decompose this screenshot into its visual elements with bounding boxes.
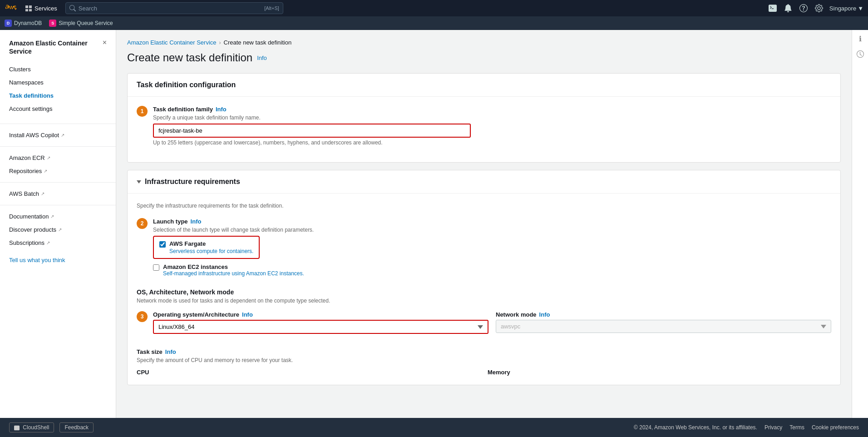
footer-copyright: © 2024, Amazon Web Services, Inc. or its… bbox=[634, 424, 757, 431]
launch-type-info-link[interactable]: Info bbox=[191, 218, 202, 225]
sidebar-item-clusters[interactable]: Clusters bbox=[0, 63, 116, 76]
aws-logo[interactable] bbox=[5, 2, 17, 15]
sidebar-item-account-settings[interactable]: Account settings bbox=[0, 102, 116, 115]
svg-rect-0 bbox=[25, 5, 28, 8]
network-mode-label: Network mode Info bbox=[496, 311, 831, 318]
page-title: Create new task definition bbox=[127, 51, 252, 64]
page-info-link[interactable]: Info bbox=[257, 55, 267, 61]
sidebar-item-install-copilot[interactable]: Install AWS Copilot ↗ bbox=[0, 129, 116, 142]
privacy-link[interactable]: Privacy bbox=[764, 424, 782, 431]
right-info-icon[interactable]: ℹ bbox=[859, 35, 862, 43]
family-note: Up to 255 letters (uppercase and lowerca… bbox=[153, 139, 831, 146]
terminal-icon-button[interactable] bbox=[768, 3, 778, 13]
os-arch-section: OS, Architecture, Network mode Network m… bbox=[137, 288, 831, 334]
task-definition-card: Task definition configuration 1 Task def… bbox=[127, 73, 841, 163]
ec2-option-group: Amazon EC2 instances Self-managed infras… bbox=[153, 263, 831, 277]
svg-rect-2 bbox=[25, 9, 28, 11]
fargate-checkbox[interactable] bbox=[159, 241, 166, 248]
memory-column-label: Memory bbox=[488, 369, 831, 376]
sidebar-item-discover-products[interactable]: Discover products ↗ bbox=[0, 223, 116, 236]
dynamodb-icon: D bbox=[5, 20, 12, 27]
external-link-icon-batch: ↗ bbox=[41, 191, 44, 196]
sidebar-title: Amazon Elastic Container Service × bbox=[0, 39, 116, 63]
right-history-icon[interactable] bbox=[857, 50, 864, 60]
sidebar-item-documentation[interactable]: Documentation ↗ bbox=[0, 210, 116, 223]
main-layout: Amazon Elastic Container Service × Clust… bbox=[0, 30, 868, 437]
svg-rect-3 bbox=[29, 9, 32, 11]
section-toggle-arrow bbox=[137, 180, 141, 184]
step-3-indicator: 3 bbox=[137, 311, 148, 322]
region-selector[interactable]: Singapore ▼ bbox=[829, 5, 863, 12]
family-label: Task definition family Info bbox=[153, 106, 831, 113]
recent-services-bar: D DynamoDB S Simple Queue Service bbox=[0, 16, 868, 30]
step-1-row: 1 Task definition family Info Specify a … bbox=[137, 106, 831, 146]
task-size-info-link[interactable]: Info bbox=[165, 348, 176, 355]
sidebar-item-repositories[interactable]: Repositories ↗ bbox=[0, 164, 116, 178]
external-link-icon-repos: ↗ bbox=[44, 169, 47, 174]
external-link-icon-ecr: ↗ bbox=[47, 155, 50, 160]
breadcrumb-parent-link[interactable]: Amazon Elastic Container Service bbox=[127, 39, 217, 46]
os-arch-select[interactable]: Linux/X86_64 Linux/ARM64 Windows Server … bbox=[153, 320, 488, 334]
breadcrumb: Amazon Elastic Container Service › Creat… bbox=[127, 39, 841, 46]
task-definition-card-body: 1 Task definition family Info Specify a … bbox=[128, 97, 840, 162]
sidebar: Amazon Elastic Container Service × Clust… bbox=[0, 30, 116, 437]
family-name-input[interactable] bbox=[153, 124, 471, 138]
sqs-icon: S bbox=[49, 20, 56, 27]
search-input[interactable] bbox=[79, 5, 261, 12]
sidebar-item-namespaces[interactable]: Namespaces bbox=[0, 76, 116, 89]
ec2-checkbox-label[interactable]: Amazon EC2 instances Self-managed infras… bbox=[153, 263, 831, 277]
step-2-indicator: 2 bbox=[137, 218, 148, 229]
services-button[interactable]: Services bbox=[22, 3, 61, 14]
breadcrumb-current: Create new task definition bbox=[224, 39, 292, 46]
tell-us-link[interactable]: Tell us what you think bbox=[0, 249, 116, 271]
sidebar-navigation: Clusters Namespaces Task definitions Acc… bbox=[0, 63, 116, 119]
fargate-checkbox-label[interactable]: AWS Fargate Serverless compute for conta… bbox=[159, 240, 253, 254]
step-1-content: Task definition family Info Specify a un… bbox=[153, 106, 831, 146]
cookie-preferences-link[interactable]: Cookie preferences bbox=[812, 424, 859, 431]
task-size-section: Task size Info Specify the amount of CPU… bbox=[137, 341, 831, 376]
settings-icon-button[interactable] bbox=[814, 3, 824, 13]
sidebar-item-subscriptions[interactable]: Subscriptions ↗ bbox=[0, 236, 116, 249]
footer-right: © 2024, Amazon Web Services, Inc. or its… bbox=[634, 424, 859, 431]
cloudshell-button[interactable]: CloudShell bbox=[9, 422, 54, 432]
fargate-text: AWS Fargate Serverless compute for conta… bbox=[169, 240, 253, 254]
network-mode-group: Network mode Info awsvpc bbox=[496, 311, 831, 334]
bell-icon-button[interactable] bbox=[783, 3, 793, 13]
terms-link[interactable]: Terms bbox=[789, 424, 804, 431]
feedback-button[interactable]: Feedback bbox=[59, 422, 94, 432]
main-content: Amazon Elastic Container Service › Creat… bbox=[116, 30, 852, 437]
task-definition-card-title: Task definition configuration bbox=[137, 81, 236, 89]
family-info-link[interactable]: Info bbox=[216, 106, 227, 113]
page-header: Create new task definition Info bbox=[127, 51, 841, 64]
nav-right: Singapore ▼ bbox=[768, 3, 863, 13]
network-mode-select: awsvpc bbox=[496, 320, 831, 333]
recent-service-sqs[interactable]: S Simple Queue Service bbox=[49, 20, 113, 27]
step-2-content: Launch type Info Selection of the launch… bbox=[153, 218, 831, 281]
os-arch-label: Operating system/Architecture Info bbox=[153, 311, 488, 318]
footer-left: CloudShell Feedback bbox=[9, 422, 94, 432]
infrastructure-body: Specify the infrastructure requirements … bbox=[128, 194, 840, 385]
sidebar-item-task-definitions[interactable]: Task definitions bbox=[0, 89, 116, 102]
sidebar-close-button[interactable]: × bbox=[103, 39, 107, 46]
help-icon-button[interactable] bbox=[799, 3, 809, 13]
step-3-content: Operating system/Architecture Info Linux… bbox=[153, 311, 831, 334]
infrastructure-desc: Specify the infrastructure requirements … bbox=[137, 203, 831, 209]
external-link-icon-discover: ↗ bbox=[58, 227, 62, 232]
os-arch-info-link[interactable]: Info bbox=[242, 311, 253, 318]
sidebar-item-aws-batch[interactable]: AWS Batch ↗ bbox=[0, 187, 116, 200]
step-2-row: 2 Launch type Info Selection of the laun… bbox=[137, 218, 831, 281]
right-panel: ℹ bbox=[852, 30, 868, 437]
footer: CloudShell Feedback © 2024, Amazon Web S… bbox=[0, 418, 868, 437]
infrastructure-section-toggle[interactable]: Infrastructure requirements bbox=[128, 170, 840, 194]
sidebar-item-amazon-ecr[interactable]: Amazon ECR ↗ bbox=[0, 151, 116, 164]
cpu-column-label: CPU bbox=[137, 369, 480, 376]
top-navigation: Services [Alt+S] bbox=[0, 0, 868, 16]
step-1-indicator: 1 bbox=[137, 106, 148, 117]
recent-service-dynamodb[interactable]: D DynamoDB bbox=[5, 20, 42, 27]
external-link-icon-docs: ↗ bbox=[50, 214, 54, 219]
network-mode-info-link[interactable]: Info bbox=[539, 311, 550, 318]
ec2-checkbox[interactable] bbox=[153, 264, 159, 271]
task-size-desc: Specify the amount of CPU and memory to … bbox=[137, 357, 831, 363]
family-hint: Specify a unique task definition family … bbox=[153, 114, 831, 121]
infrastructure-card: Infrastructure requirements Specify the … bbox=[127, 170, 841, 385]
